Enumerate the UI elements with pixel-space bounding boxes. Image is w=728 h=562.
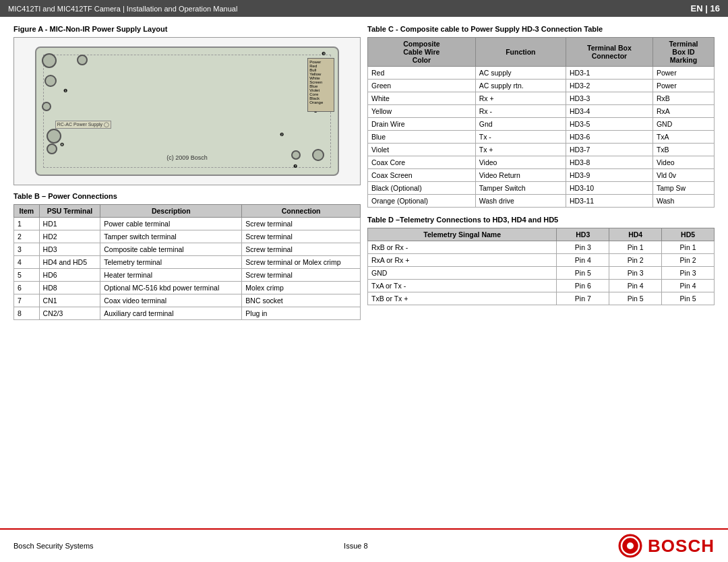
svg-point-2 [627, 542, 634, 549]
page-number: EN | 16 [691, 3, 720, 13]
col-desc: Description [100, 205, 242, 218]
footer-right: BOSCH [618, 534, 715, 558]
main-content: Figure A - MIC-Non-IR Power Supply Layou… [0, 17, 728, 336]
table-b: Item PSU Terminal Description Connection… [13, 204, 361, 320]
pcb-component-4 [42, 102, 51, 111]
figure-a-diagram: ❸ ❶ ❻ ❷ ❽ ❼ Power Red Bull Yellow White … [13, 37, 361, 185]
pcb-inner [43, 55, 331, 168]
col-conn: Connection [242, 205, 361, 218]
table-row: 6HD8Optional MC-516 kbd power terminalMo… [14, 282, 361, 294]
table-row: BlueTx -HD3-6TxA [368, 131, 715, 144]
pcb-label-1: ❶ [63, 88, 67, 94]
table-row: GreenAC supply rtn.HD3-2Power [368, 80, 715, 92]
table-b-title: Table B – Power Connections [13, 192, 361, 200]
table-row: 8CN2/3Auxiliary card terminalPlug in [14, 307, 361, 320]
pcb-component-5 [47, 129, 61, 144]
table-row: RxB or Rx -Pin 3Pin 1Pin 1 [368, 241, 715, 254]
table-d-title: Table D –Telemetry Connections to HD3, H… [367, 216, 715, 224]
table-row: VioletTx +HD3-7TxB [368, 144, 715, 156]
table-row: 5HD6Heater terminalScrew terminal [14, 269, 361, 282]
pcb-component-3 [44, 75, 57, 87]
footer: Bosch Security Systems Issue 8 BOSCH [0, 528, 728, 562]
table-d: Telemetry Singal Name HD3 HD4 HD5 RxB or… [367, 228, 715, 305]
table-c-title: Table C - Composite cable to Power Suppl… [367, 25, 715, 33]
col-terminal-box: Terminal BoxConnector [566, 38, 653, 67]
footer-center: Issue 8 [344, 542, 367, 550]
table-d-body: RxB or Rx -Pin 3Pin 1Pin 1RxA or Rx +Pin… [368, 241, 715, 305]
table-row: RedAC supplyHD3-1Power [368, 67, 715, 80]
table-row: Black (Optional)Tamper SwitchHD3-10Tamp … [368, 182, 715, 195]
footer-left: Bosch Security Systems [13, 542, 94, 550]
table-c-body: RedAC supplyHD3-1PowerGreenAC supply rtn… [368, 67, 715, 208]
table-d-wrapper: Table D –Telemetry Connections to HD3, H… [367, 216, 715, 305]
pcb-label-7: ❼ [293, 164, 297, 169]
table-row: RxA or Rx +Pin 4Pin 2Pin 2 [368, 254, 715, 267]
figure-a-title: Figure A - MIC-Non-IR Power Supply Layou… [13, 25, 361, 33]
table-row: 3HD3Composite cable terminalScrew termin… [14, 243, 361, 256]
terminal-block-right: Power Red Bull Yellow White Screen Blue … [307, 58, 334, 112]
table-row: TxA or Tx -Pin 6Pin 4Pin 4 [368, 280, 715, 292]
col-hd5: HD5 [662, 228, 715, 241]
pcb-copyright: (c) 2009 Bosch [166, 154, 208, 161]
header-title: MIC412TI and MIC412TF Camera | Installat… [8, 5, 237, 13]
col-function: Function [475, 38, 566, 67]
table-b-body: 1HD1Power cable terminalScrew terminal2H… [14, 218, 361, 320]
table-row: 7CN1Coax video terminalBNC socket [14, 294, 361, 307]
col-item: Item [14, 205, 40, 218]
pcb-label-2: ❷ [280, 132, 284, 137]
bosch-brand-text: BOSCH [648, 536, 715, 557]
table-c: CompositeCable WireColor Function Termin… [367, 37, 715, 208]
col-hd4: HD4 [609, 228, 662, 241]
bosch-logo-icon [618, 534, 642, 558]
pcb-board: ❸ ❶ ❻ ❷ ❽ ❼ Power Red Bull Yellow White … [35, 46, 339, 176]
pcb-component-2 [77, 55, 88, 65]
table-row: Orange (Optional)Wash driveHD3-11Wash [368, 195, 715, 208]
table-row: Drain WireGndHD3-5GND [368, 118, 715, 131]
right-column: Table C - Composite cable to Power Suppl… [367, 25, 715, 328]
header-bar: MIC412TI and MIC412TF Camera | Installat… [0, 0, 728, 17]
table-b-wrapper: Table B – Power Connections Item PSU Ter… [13, 192, 361, 320]
table-row: GNDPin 5Pin 3Pin 3 [368, 267, 715, 280]
col-telemetry: Telemetry Singal Name [368, 228, 557, 241]
table-row: YellowRx -HD3-4RxA [368, 105, 715, 118]
table-c-header: CompositeCable WireColor Function Termin… [368, 38, 715, 67]
table-row: Coax CoreVideoHD3-8Video [368, 156, 715, 169]
pcb-supply-label: RC-AC Power Supply ◯ [55, 121, 111, 129]
table-row: WhiteRx +HD3-3RxB [368, 92, 715, 105]
pcb-label-8: ❽ [60, 142, 64, 148]
pcb-component-6 [47, 144, 57, 154]
pcb-component-7 [312, 149, 324, 161]
table-b-header: Item PSU Terminal Description Connection [14, 205, 361, 218]
table-row: 1HD1Power cable terminalScrew terminal [14, 218, 361, 230]
table-row: Coax ScreenVideo ReturnHD3-9Vld 0v [368, 169, 715, 182]
table-c-wrapper: Table C - Composite cable to Power Suppl… [367, 25, 715, 208]
left-column: Figure A - MIC-Non-IR Power Supply Layou… [13, 25, 361, 328]
table-d-header: Telemetry Singal Name HD3 HD4 HD5 [368, 228, 715, 241]
pcb-label-9: ❸ [322, 51, 326, 57]
table-row: TxB or Tx +Pin 7Pin 5Pin 5 [368, 292, 715, 305]
pcb-component-1 [42, 53, 57, 68]
table-row: 4HD4 and HD5Telemetry terminalScrew term… [14, 256, 361, 269]
table-row: 2HD2Tamper switch terminalScrew terminal [14, 230, 361, 243]
col-hd3: HD3 [557, 228, 609, 241]
col-marking: TerminalBox IDMarking [653, 38, 714, 67]
col-color: CompositeCable WireColor [368, 38, 476, 67]
col-psu: PSU Terminal [39, 205, 100, 218]
